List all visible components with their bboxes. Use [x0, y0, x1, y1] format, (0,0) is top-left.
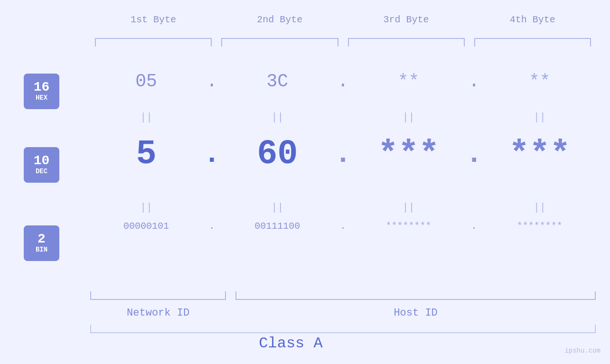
dot-hex-3: .	[465, 71, 484, 92]
equals-row-1: || || || ||	[90, 112, 596, 123]
dec-badge: 10 DEC	[24, 147, 59, 183]
bin-row: 00000101 . 00111100 . ******** . *******…	[90, 221, 596, 232]
dec-row: 5 . 60 . *** . ***	[90, 133, 596, 176]
hex-badge: 16 HEX	[24, 74, 59, 109]
dec-val-2: 60	[221, 135, 333, 174]
hex-val-3: **	[353, 71, 465, 92]
dec-val-1: 5	[90, 135, 202, 174]
id-labels: Network ID Host ID	[90, 307, 596, 319]
top-brackets	[90, 38, 596, 47]
col-header-2: 2nd Byte	[216, 14, 343, 25]
bracket-col1	[95, 38, 212, 47]
network-id-label: Network ID	[90, 307, 226, 319]
host-id-label: Host ID	[235, 307, 596, 319]
equals-row-2: || || || ||	[90, 202, 596, 214]
hex-row: 05 . 3C . ** . **	[90, 71, 596, 92]
dot-bin-2: .	[334, 221, 353, 232]
eq1-col1: ||	[90, 112, 202, 123]
dot-dec-3: .	[465, 133, 484, 176]
column-headers: 1st Byte 2nd Byte 3rd Byte 4th Byte	[90, 14, 596, 25]
outer-bottom-bracket	[90, 325, 596, 333]
eq1-col3: ||	[353, 112, 465, 123]
bin-badge: 2 BIN	[24, 225, 59, 261]
bin-val-1: 00000101	[90, 221, 202, 232]
dot-bin-3: .	[465, 221, 484, 232]
bottom-brackets	[90, 291, 596, 300]
bracket-col2	[221, 38, 338, 47]
bracket-host	[235, 291, 596, 300]
eq2-col3: ||	[353, 202, 465, 214]
eq2-col1: ||	[90, 202, 202, 214]
dec-val-3: ***	[353, 135, 465, 174]
col-header-3: 3rd Byte	[343, 14, 469, 25]
dot-bin-1: .	[202, 221, 221, 232]
eq2-col4: ||	[484, 202, 596, 214]
col-header-1: 1st Byte	[90, 14, 216, 25]
dec-badge-number: 10	[34, 154, 50, 168]
dot-hex-2: .	[334, 71, 353, 92]
hex-val-4: **	[484, 71, 596, 92]
dec-val-4: ***	[484, 135, 596, 174]
bracket-network	[90, 291, 226, 300]
hex-val-1: 05	[90, 71, 202, 92]
eq2-col2: ||	[221, 202, 333, 214]
eq1-col2: ||	[221, 112, 333, 123]
bin-badge-label: BIN	[36, 246, 47, 254]
hex-val-2: 3C	[221, 71, 333, 92]
bracket-col4	[474, 38, 591, 47]
class-label: Class A	[0, 335, 582, 352]
bin-badge-number: 2	[38, 233, 46, 246]
bracket-col3	[348, 38, 465, 47]
watermark: ipshu.com	[564, 347, 601, 355]
bin-val-4: ********	[484, 221, 596, 232]
bin-val-2: 00111100	[221, 221, 333, 232]
hex-badge-label: HEX	[36, 94, 47, 102]
col-header-4: 4th Byte	[469, 14, 596, 25]
dot-hex-1: .	[202, 71, 221, 92]
dot-dec-1: .	[202, 133, 221, 176]
dot-dec-2: .	[334, 133, 353, 176]
bin-val-3: ********	[353, 221, 465, 232]
eq1-col4: ||	[484, 112, 596, 123]
hex-badge-number: 16	[34, 81, 50, 94]
dec-badge-label: DEC	[36, 168, 47, 176]
